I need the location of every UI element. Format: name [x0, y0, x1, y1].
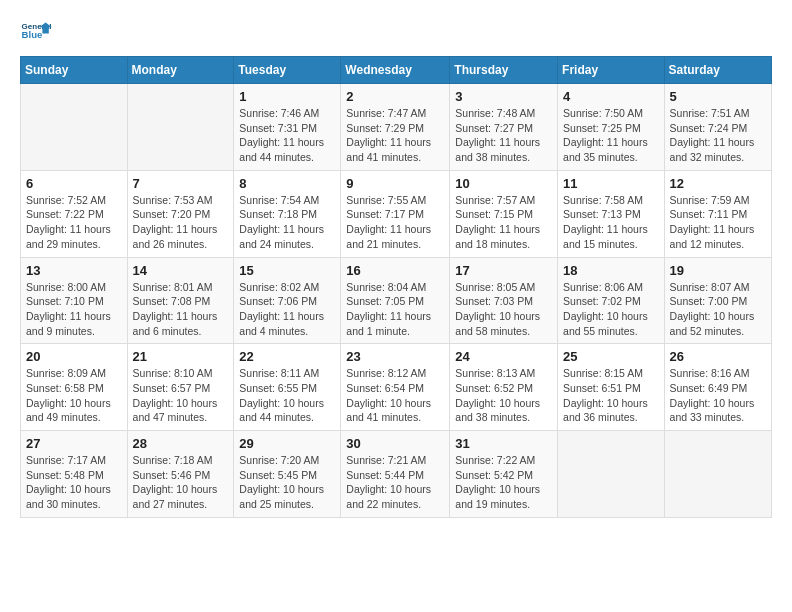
weekday-header: Tuesday — [234, 57, 341, 84]
day-number: 27 — [26, 436, 122, 451]
day-number: 30 — [346, 436, 444, 451]
day-number: 31 — [455, 436, 552, 451]
svg-text:Blue: Blue — [22, 29, 43, 40]
calendar-cell: 30Sunrise: 7:21 AMSunset: 5:44 PMDayligh… — [341, 431, 450, 518]
calendar-cell: 20Sunrise: 8:09 AMSunset: 6:58 PMDayligh… — [21, 344, 128, 431]
header: General Blue — [20, 16, 772, 48]
day-number: 7 — [133, 176, 229, 191]
day-number: 8 — [239, 176, 335, 191]
day-info: Sunrise: 7:50 AMSunset: 7:25 PMDaylight:… — [563, 106, 659, 165]
calendar-week-row: 13Sunrise: 8:00 AMSunset: 7:10 PMDayligh… — [21, 257, 772, 344]
calendar-cell: 11Sunrise: 7:58 AMSunset: 7:13 PMDayligh… — [558, 170, 665, 257]
calendar-cell: 31Sunrise: 7:22 AMSunset: 5:42 PMDayligh… — [450, 431, 558, 518]
day-number: 19 — [670, 263, 766, 278]
calendar-cell: 24Sunrise: 8:13 AMSunset: 6:52 PMDayligh… — [450, 344, 558, 431]
day-number: 15 — [239, 263, 335, 278]
day-info: Sunrise: 8:04 AMSunset: 7:05 PMDaylight:… — [346, 280, 444, 339]
calendar-cell — [21, 84, 128, 171]
calendar-cell: 23Sunrise: 8:12 AMSunset: 6:54 PMDayligh… — [341, 344, 450, 431]
day-number: 29 — [239, 436, 335, 451]
day-info: Sunrise: 8:10 AMSunset: 6:57 PMDaylight:… — [133, 366, 229, 425]
calendar-cell: 26Sunrise: 8:16 AMSunset: 6:49 PMDayligh… — [664, 344, 771, 431]
calendar-cell: 6Sunrise: 7:52 AMSunset: 7:22 PMDaylight… — [21, 170, 128, 257]
calendar-cell: 3Sunrise: 7:48 AMSunset: 7:27 PMDaylight… — [450, 84, 558, 171]
logo: General Blue — [20, 16, 54, 48]
day-number: 28 — [133, 436, 229, 451]
day-info: Sunrise: 7:18 AMSunset: 5:46 PMDaylight:… — [133, 453, 229, 512]
calendar-cell: 15Sunrise: 8:02 AMSunset: 7:06 PMDayligh… — [234, 257, 341, 344]
calendar-cell: 21Sunrise: 8:10 AMSunset: 6:57 PMDayligh… — [127, 344, 234, 431]
day-number: 20 — [26, 349, 122, 364]
calendar-cell: 28Sunrise: 7:18 AMSunset: 5:46 PMDayligh… — [127, 431, 234, 518]
weekday-header: Sunday — [21, 57, 128, 84]
day-number: 2 — [346, 89, 444, 104]
logo-icon: General Blue — [20, 16, 52, 48]
day-info: Sunrise: 7:55 AMSunset: 7:17 PMDaylight:… — [346, 193, 444, 252]
weekday-header: Saturday — [664, 57, 771, 84]
day-info: Sunrise: 7:58 AMSunset: 7:13 PMDaylight:… — [563, 193, 659, 252]
calendar-cell: 19Sunrise: 8:07 AMSunset: 7:00 PMDayligh… — [664, 257, 771, 344]
day-info: Sunrise: 7:20 AMSunset: 5:45 PMDaylight:… — [239, 453, 335, 512]
calendar-cell: 16Sunrise: 8:04 AMSunset: 7:05 PMDayligh… — [341, 257, 450, 344]
weekday-header-row: SundayMondayTuesdayWednesdayThursdayFrid… — [21, 57, 772, 84]
calendar-cell: 10Sunrise: 7:57 AMSunset: 7:15 PMDayligh… — [450, 170, 558, 257]
day-info: Sunrise: 7:57 AMSunset: 7:15 PMDaylight:… — [455, 193, 552, 252]
day-number: 6 — [26, 176, 122, 191]
calendar-cell: 13Sunrise: 8:00 AMSunset: 7:10 PMDayligh… — [21, 257, 128, 344]
day-info: Sunrise: 8:12 AMSunset: 6:54 PMDaylight:… — [346, 366, 444, 425]
day-info: Sunrise: 7:54 AMSunset: 7:18 PMDaylight:… — [239, 193, 335, 252]
calendar-cell: 5Sunrise: 7:51 AMSunset: 7:24 PMDaylight… — [664, 84, 771, 171]
calendar-cell: 25Sunrise: 8:15 AMSunset: 6:51 PMDayligh… — [558, 344, 665, 431]
calendar-cell: 29Sunrise: 7:20 AMSunset: 5:45 PMDayligh… — [234, 431, 341, 518]
day-number: 23 — [346, 349, 444, 364]
day-number: 1 — [239, 89, 335, 104]
calendar-cell: 22Sunrise: 8:11 AMSunset: 6:55 PMDayligh… — [234, 344, 341, 431]
day-number: 18 — [563, 263, 659, 278]
day-info: Sunrise: 7:21 AMSunset: 5:44 PMDaylight:… — [346, 453, 444, 512]
calendar-cell: 12Sunrise: 7:59 AMSunset: 7:11 PMDayligh… — [664, 170, 771, 257]
day-number: 9 — [346, 176, 444, 191]
day-number: 5 — [670, 89, 766, 104]
day-info: Sunrise: 8:09 AMSunset: 6:58 PMDaylight:… — [26, 366, 122, 425]
day-info: Sunrise: 7:22 AMSunset: 5:42 PMDaylight:… — [455, 453, 552, 512]
day-number: 3 — [455, 89, 552, 104]
weekday-header: Friday — [558, 57, 665, 84]
day-info: Sunrise: 7:46 AMSunset: 7:31 PMDaylight:… — [239, 106, 335, 165]
day-info: Sunrise: 8:16 AMSunset: 6:49 PMDaylight:… — [670, 366, 766, 425]
day-info: Sunrise: 7:47 AMSunset: 7:29 PMDaylight:… — [346, 106, 444, 165]
calendar-table: SundayMondayTuesdayWednesdayThursdayFrid… — [20, 56, 772, 518]
day-info: Sunrise: 7:59 AMSunset: 7:11 PMDaylight:… — [670, 193, 766, 252]
weekday-header: Wednesday — [341, 57, 450, 84]
day-info: Sunrise: 8:15 AMSunset: 6:51 PMDaylight:… — [563, 366, 659, 425]
calendar-cell: 27Sunrise: 7:17 AMSunset: 5:48 PMDayligh… — [21, 431, 128, 518]
day-number: 12 — [670, 176, 766, 191]
day-info: Sunrise: 8:07 AMSunset: 7:00 PMDaylight:… — [670, 280, 766, 339]
day-number: 25 — [563, 349, 659, 364]
day-info: Sunrise: 7:48 AMSunset: 7:27 PMDaylight:… — [455, 106, 552, 165]
day-info: Sunrise: 8:11 AMSunset: 6:55 PMDaylight:… — [239, 366, 335, 425]
day-number: 11 — [563, 176, 659, 191]
calendar-cell — [664, 431, 771, 518]
calendar-cell: 7Sunrise: 7:53 AMSunset: 7:20 PMDaylight… — [127, 170, 234, 257]
calendar-cell: 2Sunrise: 7:47 AMSunset: 7:29 PMDaylight… — [341, 84, 450, 171]
calendar-cell: 17Sunrise: 8:05 AMSunset: 7:03 PMDayligh… — [450, 257, 558, 344]
calendar-container: General Blue SundayMondayTuesdayWednesda… — [0, 0, 792, 528]
calendar-cell: 1Sunrise: 7:46 AMSunset: 7:31 PMDaylight… — [234, 84, 341, 171]
day-info: Sunrise: 7:52 AMSunset: 7:22 PMDaylight:… — [26, 193, 122, 252]
day-info: Sunrise: 8:05 AMSunset: 7:03 PMDaylight:… — [455, 280, 552, 339]
calendar-week-row: 27Sunrise: 7:17 AMSunset: 5:48 PMDayligh… — [21, 431, 772, 518]
day-number: 17 — [455, 263, 552, 278]
day-info: Sunrise: 7:17 AMSunset: 5:48 PMDaylight:… — [26, 453, 122, 512]
day-number: 14 — [133, 263, 229, 278]
day-number: 16 — [346, 263, 444, 278]
day-number: 26 — [670, 349, 766, 364]
day-number: 4 — [563, 89, 659, 104]
calendar-cell: 14Sunrise: 8:01 AMSunset: 7:08 PMDayligh… — [127, 257, 234, 344]
calendar-cell: 8Sunrise: 7:54 AMSunset: 7:18 PMDaylight… — [234, 170, 341, 257]
day-info: Sunrise: 8:06 AMSunset: 7:02 PMDaylight:… — [563, 280, 659, 339]
day-info: Sunrise: 8:01 AMSunset: 7:08 PMDaylight:… — [133, 280, 229, 339]
day-number: 22 — [239, 349, 335, 364]
day-number: 10 — [455, 176, 552, 191]
calendar-cell: 4Sunrise: 7:50 AMSunset: 7:25 PMDaylight… — [558, 84, 665, 171]
day-info: Sunrise: 8:00 AMSunset: 7:10 PMDaylight:… — [26, 280, 122, 339]
